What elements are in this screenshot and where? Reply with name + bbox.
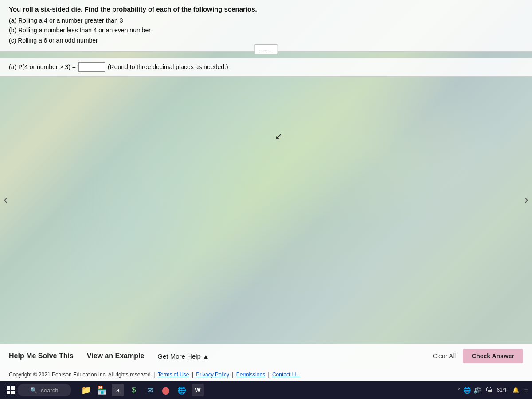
scenario-a: (a) Rolling a 4 or a number greater than… bbox=[9, 16, 523, 25]
temperature-display: 61°F bbox=[497, 387, 508, 393]
part-a-note: (Round to three decimal places as needed… bbox=[108, 63, 228, 70]
dollar-icon: $ bbox=[132, 386, 136, 394]
taskbar-icon-word[interactable]: W bbox=[192, 384, 204, 396]
taskbar-right: ^ 🌐 🔊 🌤 61°F 🔔 ▭ bbox=[458, 386, 528, 394]
wave-overlay bbox=[0, 0, 532, 368]
answer-row: (a) P(4 or number > 3) = (Round to three… bbox=[0, 58, 532, 77]
taskbar-icon-a[interactable]: a bbox=[112, 384, 124, 396]
get-more-help-button[interactable]: Get More Help ▲ bbox=[157, 352, 209, 360]
stop-icon: ⬤ bbox=[162, 386, 170, 395]
system-tray: ^ 🌐 🔊 bbox=[458, 387, 481, 394]
taskbar-app-icons: 📁 🏪 a $ ✉ ⬤ 🌐 W bbox=[80, 384, 204, 396]
toolbar-right: Clear All Check Answer bbox=[433, 349, 523, 363]
mail-icon: ✉ bbox=[147, 386, 153, 395]
search-text: search bbox=[41, 387, 58, 394]
word-icon: W bbox=[195, 387, 200, 394]
tray-chevron[interactable]: ^ bbox=[458, 387, 461, 393]
contact-link[interactable]: Contact U... bbox=[272, 372, 300, 378]
sub-questions: (a) Rolling a 4 or a number greater than… bbox=[9, 16, 523, 45]
taskbar-icon-dollar[interactable]: $ bbox=[128, 384, 140, 396]
taskbar-icon-mail[interactable]: ✉ bbox=[144, 384, 156, 396]
permissions-link[interactable]: Permissions bbox=[236, 372, 265, 378]
part-a-label: (a) P(4 or number > 3) = bbox=[9, 63, 76, 70]
taskbar-icon-browser[interactable]: 🌐 bbox=[176, 384, 188, 396]
footer: Copyright © 2021 Pearson Education Inc. … bbox=[0, 368, 532, 381]
network-icon: 🌐 bbox=[463, 387, 471, 394]
more-tools-button[interactable]: ..... bbox=[254, 44, 278, 54]
scenario-b: (b) Rolling a number less than 4 or an e… bbox=[9, 25, 523, 35]
check-answer-button[interactable]: Check Answer bbox=[463, 349, 523, 363]
bottom-toolbar: Help Me Solve This View an Example Get M… bbox=[0, 344, 532, 368]
a-icon: a bbox=[116, 387, 120, 394]
scenario-c: (c) Rolling a 6 or an odd number bbox=[9, 35, 523, 45]
taskbar-icon-store[interactable]: 🏪 bbox=[96, 384, 108, 396]
svg-rect-2 bbox=[7, 391, 10, 394]
show-desktop-button[interactable]: ▭ bbox=[524, 387, 528, 393]
taskbar-icon-stop[interactable]: ⬤ bbox=[160, 384, 172, 396]
answer-input[interactable] bbox=[78, 62, 105, 72]
view-example-button[interactable]: View an Example bbox=[87, 352, 145, 360]
files-icon: 📁 bbox=[81, 385, 91, 395]
question-intro: You roll a six-sided die. Find the proba… bbox=[9, 5, 523, 13]
privacy-policy-link[interactable]: Privacy Policy bbox=[196, 372, 229, 378]
store-icon: 🏪 bbox=[97, 385, 107, 395]
taskbar: 🔍 search 📁 🏪 a $ ✉ ⬤ 🌐 W ^ bbox=[0, 381, 532, 399]
browser-icon: 🌐 bbox=[177, 386, 186, 395]
svg-rect-3 bbox=[11, 391, 15, 394]
windows-start-button[interactable] bbox=[4, 383, 18, 397]
svg-rect-1 bbox=[11, 386, 15, 390]
terms-of-use-link[interactable]: Terms of Use bbox=[158, 372, 189, 378]
search-bar[interactable]: 🔍 search bbox=[18, 384, 71, 396]
toolbar-left: Help Me Solve This View an Example Get M… bbox=[9, 352, 209, 360]
weather-icon: 🌤 bbox=[485, 386, 493, 394]
search-icon: 🔍 bbox=[30, 387, 37, 394]
notifications-icon[interactable]: 🔔 bbox=[512, 387, 519, 393]
taskbar-icon-files[interactable]: 📁 bbox=[80, 384, 92, 396]
volume-icon[interactable]: 🔊 bbox=[473, 387, 481, 394]
help-me-solve-button[interactable]: Help Me Solve This bbox=[9, 352, 74, 360]
svg-rect-0 bbox=[7, 386, 10, 390]
nav-arrow-left[interactable]: ‹ bbox=[0, 189, 11, 210]
main-content bbox=[0, 0, 532, 368]
copyright-text: Copyright © 2021 Pearson Education Inc. … bbox=[9, 372, 152, 378]
clear-all-button[interactable]: Clear All bbox=[433, 352, 456, 360]
nav-arrow-right[interactable]: › bbox=[521, 189, 532, 210]
